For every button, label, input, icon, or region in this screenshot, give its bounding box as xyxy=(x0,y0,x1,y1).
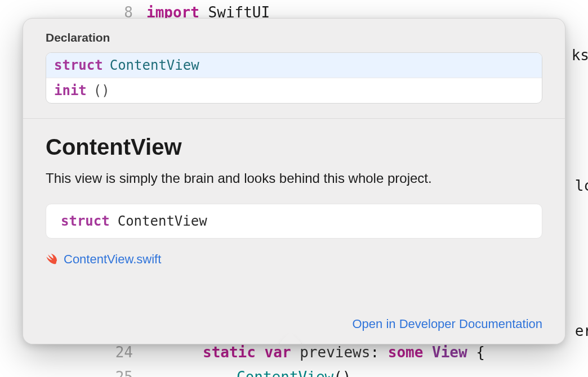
declaration-row-struct[interactable]: struct ContentView xyxy=(46,53,542,78)
open-documentation-link[interactable]: Open in Developer Documentation xyxy=(352,317,542,331)
declaration-list: struct ContentView init() xyxy=(46,52,542,104)
call-contentview: ContentView xyxy=(237,369,333,377)
code-content: ContentView() xyxy=(146,365,588,377)
quick-help-popover: Declaration struct ContentView init() Co… xyxy=(23,18,565,344)
identifier-previews: previews xyxy=(300,344,370,361)
type-view: View xyxy=(432,344,467,361)
source-file-link[interactable]: ContentView.swift xyxy=(46,252,161,269)
decl-name: ContentView xyxy=(110,57,199,73)
brace: { xyxy=(476,344,485,361)
decl-keyword: struct xyxy=(54,57,103,73)
fragment-er: er xyxy=(575,318,588,343)
source-file-name: ContentView.swift xyxy=(64,252,161,267)
decl-keyword: init xyxy=(54,83,87,98)
keyword-static: static xyxy=(203,344,256,361)
signature-box: struct ContentView xyxy=(46,204,542,239)
detail-title: ContentView xyxy=(46,134,542,160)
declaration-section-label: Declaration xyxy=(23,19,565,52)
gutter-line-number: 25 xyxy=(0,365,146,377)
code-line: 25 ContentView() xyxy=(0,365,588,377)
signature-name: ContentView xyxy=(118,213,207,229)
swift-icon xyxy=(46,253,58,266)
parens: () xyxy=(333,369,351,377)
keyword-var: var xyxy=(265,344,291,361)
keyword-some: some xyxy=(388,344,424,361)
detail-summary: This view is simply the brain and looks … xyxy=(46,169,542,188)
declaration-detail: ContentView This view is simply the brai… xyxy=(23,119,565,344)
fragment-ks: ks xyxy=(572,43,588,68)
declaration-row-init[interactable]: init() xyxy=(46,78,542,103)
signature-keyword: struct xyxy=(61,213,110,229)
decl-parens: () xyxy=(93,83,110,98)
fragment-lc: lc xyxy=(575,173,588,198)
colon: : xyxy=(370,344,379,361)
